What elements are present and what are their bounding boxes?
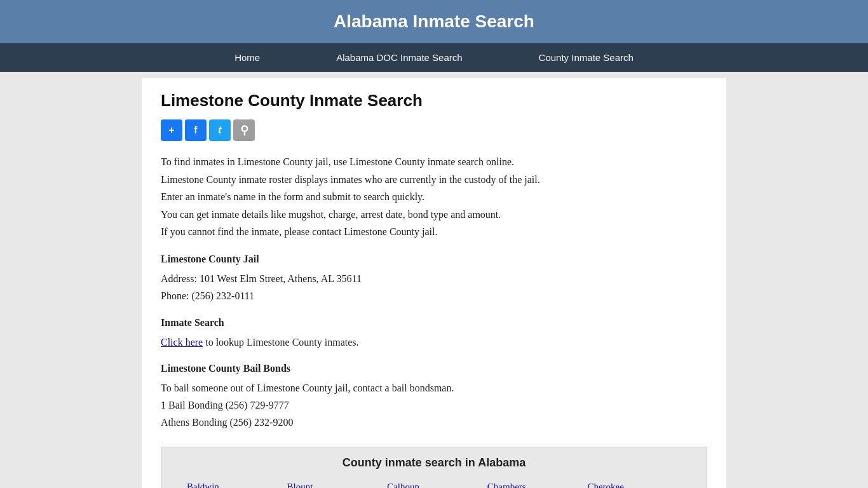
nav-county-search[interactable]: County Inmate Search bbox=[501, 43, 672, 72]
county-link[interactable]: Baldwin bbox=[187, 478, 281, 488]
page-title: Limestone County Inmate Search bbox=[161, 91, 707, 111]
bail-bondsman1: 1 Bail Bonding (256) 729-9777 bbox=[161, 396, 707, 414]
jail-phone: Phone: (256) 232-0111 bbox=[161, 287, 707, 304]
bail-bondsman2: Athens Bonding (256) 232-9200 bbox=[161, 414, 707, 431]
desc-line-2: Limestone County inmate roster displays … bbox=[161, 172, 707, 188]
social-icons-bar: + f t ⚲ bbox=[161, 119, 707, 141]
site-title: Alabama Inmate Search bbox=[6, 11, 862, 32]
desc-line-1: To find inmates in Limestone County jail… bbox=[161, 154, 707, 170]
click-here-link[interactable]: Click here bbox=[161, 337, 203, 348]
bail-bonds-section: Limestone County Bail Bonds To bail some… bbox=[161, 360, 707, 431]
inmate-search-suffix: to lookup Limestone County inmates. bbox=[203, 337, 358, 348]
bail-description: To bail someone out of Limestone County … bbox=[161, 379, 707, 396]
desc-line-4: You can get inmate details like mugshot,… bbox=[161, 207, 707, 223]
desc-line-3: Enter an inmate's name in the form and s… bbox=[161, 189, 707, 205]
main-nav: Home Alabama DOC Inmate Search County In… bbox=[0, 43, 868, 72]
main-content: Limestone County Inmate Search + f t ⚲ T… bbox=[142, 78, 726, 488]
inmate-search-section: Inmate Search Click here to lookup Limes… bbox=[161, 314, 707, 351]
facebook-icon[interactable]: f bbox=[185, 119, 207, 141]
description-block: To find inmates in Limestone County jail… bbox=[161, 154, 707, 240]
twitter-icon[interactable]: t bbox=[209, 119, 231, 141]
inmate-search-title: Inmate Search bbox=[161, 314, 707, 331]
jail-address: Address: 101 West Elm Street, Athens, AL… bbox=[161, 270, 707, 287]
nav-home[interactable]: Home bbox=[196, 43, 298, 72]
jail-info-section: Limestone County Jail Address: 101 West … bbox=[161, 250, 707, 305]
bail-title: Limestone County Bail Bonds bbox=[161, 360, 707, 377]
site-header: Alabama Inmate Search bbox=[0, 0, 868, 43]
nav-doc-search[interactable]: Alabama DOC Inmate Search bbox=[298, 43, 500, 72]
inmate-search-text: Click here to lookup Limestone County in… bbox=[161, 334, 707, 351]
county-link[interactable]: Chambers bbox=[487, 478, 581, 488]
county-link[interactable]: Blount bbox=[287, 478, 381, 488]
county-link[interactable]: Calhoun bbox=[387, 478, 481, 488]
content-outer: Limestone County Inmate Search + f t ⚲ T… bbox=[0, 72, 868, 488]
jail-title: Limestone County Jail bbox=[161, 250, 707, 268]
desc-line-5: If you cannot find the inmate, please co… bbox=[161, 224, 707, 240]
county-search-box-title: County inmate search in Alabama bbox=[174, 456, 694, 470]
share-icon[interactable]: + bbox=[161, 119, 182, 141]
county-grid: BaldwinBlountCalhounChambersCherokeeChil… bbox=[174, 478, 694, 488]
copy-link-icon[interactable]: ⚲ bbox=[233, 119, 255, 141]
county-link[interactable]: Cherokee bbox=[587, 478, 681, 488]
county-search-box: County inmate search in Alabama BaldwinB… bbox=[161, 447, 707, 488]
